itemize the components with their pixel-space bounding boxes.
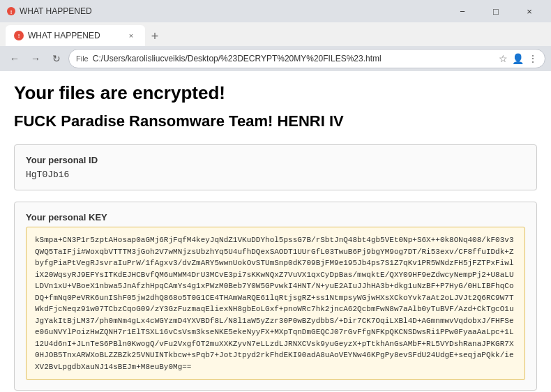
tab-bar: ! WHAT HAPPENED × + xyxy=(0,22,551,46)
forward-button[interactable]: → xyxy=(27,50,45,68)
tab-favicon: ! xyxy=(14,31,24,40)
address-icons: ☆ 👤 ⋮ xyxy=(499,53,538,64)
browser-icon: ! xyxy=(6,6,17,17)
personal-key-box: Your personal KEY kSmpa+CN3P1r5zptAHosap… xyxy=(14,202,537,391)
title-bar: ! WHAT HAPPENED − □ × xyxy=(0,0,551,22)
personal-key-value: kSmpa+CN3P1r5zptAHosap0aGMj6RjFqfM4keyJq… xyxy=(26,227,525,380)
maximize-button[interactable]: □ xyxy=(480,1,512,22)
page-title: Your files are encrypted! xyxy=(14,82,537,104)
back-button[interactable]: ← xyxy=(6,50,24,68)
address-protocol: File xyxy=(76,54,89,63)
address-bar[interactable]: File C:/Users/karolisliucveikis/Desktop/… xyxy=(68,49,545,68)
tab-close-button[interactable]: × xyxy=(126,30,137,41)
personal-id-box: Your personal ID HgT0Jbi6 xyxy=(14,144,537,190)
personal-key-label: Your personal KEY xyxy=(26,212,525,223)
svg-text:!: ! xyxy=(10,9,13,15)
close-button[interactable]: × xyxy=(513,1,545,22)
window-title: WHAT HAPPENED xyxy=(20,6,92,16)
bookmark-icon[interactable]: ☆ xyxy=(499,53,508,64)
personal-id-label: Your personal ID xyxy=(26,155,525,165)
address-text: C:/Users/karolisliucveikis/Desktop/%23DE… xyxy=(93,54,495,63)
new-tab-button[interactable]: + xyxy=(145,27,165,46)
browser-window: ! WHAT HAPPENED − □ × ! WHAT HAPPENED × … xyxy=(0,0,551,392)
personal-id-value: HgT0Jbi6 xyxy=(26,169,525,180)
page-content: Your files are encrypted! FUCK Paradise … xyxy=(0,71,551,392)
refresh-button[interactable]: ↻ xyxy=(47,50,66,68)
nav-bar: ← → ↻ File C:/Users/karolisliucveikis/De… xyxy=(0,46,551,71)
page-subtitle: FUCK Paradise Ransomware Team! HENRI IV xyxy=(14,112,537,130)
menu-icon[interactable]: ⋮ xyxy=(528,53,538,64)
account-icon[interactable]: 👤 xyxy=(512,53,524,64)
tab-title: WHAT HAPPENED xyxy=(28,31,100,40)
window-controls: − □ × xyxy=(446,1,545,22)
active-tab[interactable]: ! WHAT HAPPENED × xyxy=(6,25,145,46)
minimize-button[interactable]: − xyxy=(446,1,478,22)
